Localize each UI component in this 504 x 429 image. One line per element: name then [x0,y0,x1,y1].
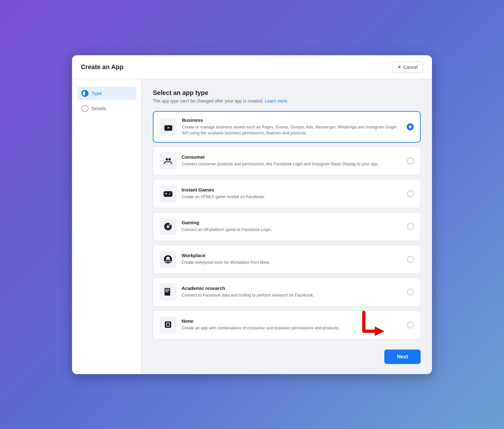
business-title: Business [182,117,402,123]
next-button[interactable]: Next [384,350,421,364]
business-icon [160,118,177,135]
workplace-icon [159,251,177,268]
footer-area: Next [153,343,421,364]
main-content: Select an app type The app type can't be… [141,79,432,374]
academic-card-text: Academic research Connect to Facebook da… [182,285,402,298]
consumer-card-text: Consumer Connect consumer products and p… [182,154,402,167]
workplace-card-text: Workplace Create enterprise tools for Wo… [182,253,402,266]
gaming-card-text: Gaming Connect an off-platform game to F… [182,220,402,233]
svg-rect-6 [166,193,166,195]
academic-title: Academic research [182,285,402,291]
svg-rect-20 [167,323,169,326]
section-subtitle: The app type can't be changed after your… [153,98,421,103]
svg-point-2 [166,158,168,161]
app-type-academic[interactable]: Academic research Connect to Facebook da… [153,278,421,307]
type-step-icon [81,90,88,97]
business-desc: Create or manage business assets such as… [182,124,402,136]
modal-body: Type Details Select an app type The app … [72,79,432,374]
gaming-desc: Connect an off-platform game to Facebook… [182,226,402,233]
academic-icon [159,284,177,301]
create-app-modal: Create an App ✕ Cancel Type [72,55,432,374]
instant-games-desc: Create an HTML5 game hosted on Facebook. [182,194,402,200]
svg-point-3 [168,158,171,161]
business-card-text: Business Create or manage business asset… [182,117,402,136]
academic-radio[interactable] [407,289,414,296]
gaming-title: Gaming [182,220,402,225]
academic-desc: Connect to Facebook data and tooling to … [182,292,402,298]
gaming-radio[interactable] [407,223,414,230]
svg-rect-15 [165,289,170,290]
workplace-radio[interactable] [407,256,414,263]
none-radio[interactable] [407,321,414,328]
instant-games-icon [159,185,177,202]
svg-point-8 [169,194,170,195]
app-type-instant-games[interactable]: Instant Games Create an HTML5 game hoste… [153,179,421,208]
svg-marker-21 [375,326,384,336]
modal-header: Create an App ✕ Cancel [72,55,432,79]
app-type-business[interactable]: Business Create or manage business asset… [153,111,421,143]
learn-more-link[interactable]: Learn more [265,98,287,103]
sidebar-type-label: Type [92,91,102,96]
app-type-consumer[interactable]: Consumer Connect consumer products and p… [153,146,421,175]
svg-rect-16 [165,290,170,291]
red-arrow-indicator [361,309,389,345]
svg-rect-1 [168,127,169,128]
x-icon: ✕ [398,65,401,69]
app-type-gaming[interactable]: ✕ Gaming Connect an off-platform game to… [153,212,421,241]
instant-games-title: Instant Games [182,187,402,192]
modal-title: Create an App [81,63,123,71]
consumer-radio[interactable] [407,157,414,164]
workplace-title: Workplace [182,253,402,258]
app-type-workplace[interactable]: Workplace Create enterprise tools for Wo… [153,245,421,274]
section-title: Select an app type [153,89,421,97]
sidebar: Type Details [72,79,141,374]
none-icon [159,316,177,333]
consumer-desc: Connect consumer products and permission… [182,161,402,167]
svg-point-7 [170,193,171,194]
business-radio[interactable] [407,123,414,130]
cancel-label: Cancel [403,64,418,70]
sidebar-details-label: Details [92,106,106,111]
consumer-icon [159,152,177,169]
consumer-title: Consumer [182,154,402,160]
instant-games-card-text: Instant Games Create an HTML5 game hoste… [182,187,402,200]
details-step-icon [81,105,88,112]
sidebar-item-type[interactable]: Type [77,87,136,100]
workplace-desc: Create enterprise tools for Workplace fr… [182,259,402,266]
sidebar-item-details[interactable]: Details [77,102,136,115]
instant-games-radio[interactable] [407,190,414,197]
svg-rect-4 [164,191,172,197]
svg-text:✕: ✕ [170,223,171,225]
svg-rect-17 [165,291,168,292]
gaming-icon: ✕ [159,218,177,235]
cancel-button[interactable]: ✕ Cancel [392,62,423,73]
